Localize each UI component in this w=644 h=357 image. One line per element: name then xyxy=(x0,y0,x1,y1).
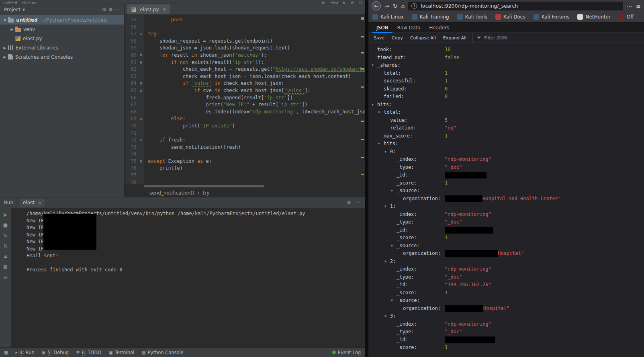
bookmark-nethunter[interactable]: NetHunter xyxy=(577,14,610,20)
scrollbar-thumb[interactable] xyxy=(144,185,264,187)
collapse-arrow-icon[interactable]: ▼ xyxy=(391,187,397,195)
code-line[interactable]: 63 check_each_host_json = json.loads(che… xyxy=(125,73,365,80)
collapse-arrow-icon[interactable]: ▼ xyxy=(391,297,397,305)
json-row-score[interactable]: _score:1 xyxy=(368,289,644,297)
json-row-max-score[interactable]: max_score:1 xyxy=(368,132,644,140)
tool-window-switcher-icon[interactable]: ▦ xyxy=(4,350,8,355)
minimize-run-panel-icon[interactable]: — xyxy=(356,200,361,205)
collapse-arrow-icon[interactable]: ▼ xyxy=(384,203,390,211)
fold-marker-icon[interactable]: ⊟ xyxy=(138,80,144,87)
stop-icon[interactable]: ■ xyxy=(3,222,8,228)
fold-marker-icon[interactable]: ⊟ xyxy=(138,31,144,38)
status-item-debug[interactable]: ◉5: Debug xyxy=(42,350,69,355)
home-button[interactable]: ⌂ xyxy=(401,3,405,9)
bookmark-off[interactable]: Off xyxy=(619,14,634,20)
copy-button[interactable]: Copy xyxy=(388,33,407,43)
bookmark-kali-linux[interactable]: Kali Linux xyxy=(372,14,404,20)
code-line[interactable]: 60⊟ for result in shodan_json['matches']… xyxy=(125,52,365,59)
code-line[interactable]: 78 xyxy=(125,179,365,184)
run-settings-gear-icon[interactable]: ⚙ xyxy=(347,200,351,205)
url-bar[interactable]: i xyxy=(408,2,623,10)
collapse-arrow-icon[interactable]: ▼ xyxy=(372,101,377,109)
code-line[interactable]: 72⊟ if fresh: xyxy=(125,137,365,144)
json-row-total[interactable]: total:1 xyxy=(368,70,644,78)
back-button[interactable]: ← xyxy=(372,1,381,10)
collapse-arrow-icon[interactable]: ▼ xyxy=(384,258,390,266)
json-row-hits[interactable]: ▼hits: xyxy=(368,140,644,148)
json-row-0[interactable]: ▼0: xyxy=(368,148,644,156)
code-line[interactable]: 77 xyxy=(125,172,365,179)
fold-marker-icon[interactable]: ⊟ xyxy=(138,59,144,66)
json-row-hits[interactable]: ▼hits: xyxy=(368,101,644,109)
json-row-index[interactable]: _index:"rdp-monitoring" xyxy=(368,211,644,219)
clear-icon[interactable]: ⊟ xyxy=(3,275,7,280)
tree-item-elast-py[interactable]: elast.py xyxy=(0,34,124,43)
chevron-right-icon[interactable]: ▶ xyxy=(2,55,8,59)
json-row-organization[interactable]: organization:Hospital and Health Center" xyxy=(368,195,644,203)
viewer-tab-json[interactable]: JSON xyxy=(372,23,393,33)
json-row-source[interactable]: ▼_source: xyxy=(368,297,644,305)
json-row-type[interactable]: _type:"_doc" xyxy=(368,328,644,336)
tree-item-venv[interactable]: ▶venv xyxy=(0,25,124,34)
json-row-type[interactable]: _type:"_doc" xyxy=(368,273,644,281)
json-row-timed-out[interactable]: timed_out:false xyxy=(368,54,644,62)
json-row-2[interactable]: ▼2: xyxy=(368,258,644,266)
code-line[interactable]: 57⊟try: xyxy=(125,31,365,38)
rerun-icon[interactable]: ▶ xyxy=(4,212,7,217)
restart-icon[interactable]: ↻ xyxy=(3,233,7,238)
filter-box[interactable] xyxy=(472,33,527,43)
site-info-icon[interactable]: i xyxy=(411,3,417,9)
breadcrumb-item-try[interactable]: try xyxy=(203,190,210,196)
collapse-arrow-icon[interactable]: ▼ xyxy=(378,140,384,148)
code-editor[interactable]: 55 pass5657⊟try:58 shodan_request = requ… xyxy=(125,15,365,184)
status-item-run[interactable]: ▸4: Run xyxy=(15,350,34,355)
collapse-all-button[interactable]: Collapse All xyxy=(407,33,440,43)
code-line[interactable]: 74 xyxy=(125,151,365,158)
settings-gear-icon[interactable]: ⚙ xyxy=(351,1,354,4)
json-row-successful[interactable]: successful:1 xyxy=(368,77,644,85)
collapse-arrow-icon[interactable]: ▼ xyxy=(391,242,397,250)
panel-settings-gear-icon[interactable]: ⚙ xyxy=(108,7,113,12)
code-line[interactable]: 66 fresh.append(result['ip_str']) xyxy=(125,94,365,102)
print-icon[interactable]: ▤ xyxy=(3,264,8,270)
json-row-score[interactable]: _score:1 xyxy=(368,344,644,352)
json-row-index[interactable]: _index:"rdp-monitoring" xyxy=(368,320,644,328)
json-row-type[interactable]: _type:"_doc" xyxy=(368,218,644,226)
run-tab-elast[interactable]: elast × xyxy=(20,199,45,207)
status-item-terminal[interactable]: ▣Terminal xyxy=(108,350,134,355)
project-panel-title[interactable]: Project ▼ xyxy=(4,7,25,12)
json-row-relation[interactable]: relation:"eq" xyxy=(368,124,644,132)
close-run-tab-icon[interactable]: × xyxy=(38,200,41,205)
json-row-source[interactable]: ▼_source: xyxy=(368,242,644,250)
code-line[interactable]: 67 print("New IP:" + result['ip_str']) xyxy=(125,101,365,109)
url-input[interactable] xyxy=(420,2,620,9)
expand-all-button[interactable]: Expand All xyxy=(440,33,470,43)
json-tree[interactable]: took:10timed_out:false▼_shards:total:1su… xyxy=(368,43,644,357)
tree-item-external-libraries[interactable]: ▶External Libraries xyxy=(0,43,124,52)
code-line[interactable]: 62 check_each_host = requests.get("https… xyxy=(125,66,365,73)
chevron-down-icon[interactable]: ▼ xyxy=(2,18,8,22)
bookmark-kali-docs[interactable]: Kali Docs xyxy=(495,14,525,20)
collapse-arrow-icon[interactable]: ▼ xyxy=(372,62,377,70)
fold-marker-icon[interactable]: ⊟ xyxy=(138,158,144,165)
run-config-name[interactable]: elast xyxy=(329,1,338,4)
code-line[interactable]: 58 shodan_request = requests.get(endpoin… xyxy=(125,38,365,45)
code-line[interactable]: 71 xyxy=(125,130,365,137)
close-tab-icon[interactable]: × xyxy=(163,7,166,12)
forward-button[interactable]: → xyxy=(384,3,389,9)
code-line[interactable]: 59 shodan_json = json.loads(shodan_reque… xyxy=(125,45,365,52)
json-row-type[interactable]: _type:"_doc" xyxy=(368,164,644,172)
viewer-tab-headers[interactable]: Headers xyxy=(425,23,453,33)
event-log-button[interactable]: Event Log xyxy=(332,350,361,355)
breadcrumb-item-function[interactable]: send_notification() xyxy=(149,190,194,196)
editor-horizontal-scrollbar[interactable] xyxy=(125,184,365,188)
code-line[interactable]: 64⊟ if 'vulns' in check_each_host_json: xyxy=(125,80,365,87)
code-line[interactable]: 56 xyxy=(125,24,365,31)
json-row-id[interactable]: _id: xyxy=(368,226,644,234)
code-line[interactable]: 65⊟ if cve in check_each_host_json['vuln… xyxy=(125,87,365,94)
filter-json-input[interactable] xyxy=(483,35,527,41)
collapse-arrow-icon[interactable]: ▼ xyxy=(378,109,384,117)
json-row-id[interactable]: _id: xyxy=(368,336,644,344)
menu-icon[interactable]: ≡ xyxy=(636,3,641,9)
json-row-score[interactable]: _score:1 xyxy=(368,179,644,187)
